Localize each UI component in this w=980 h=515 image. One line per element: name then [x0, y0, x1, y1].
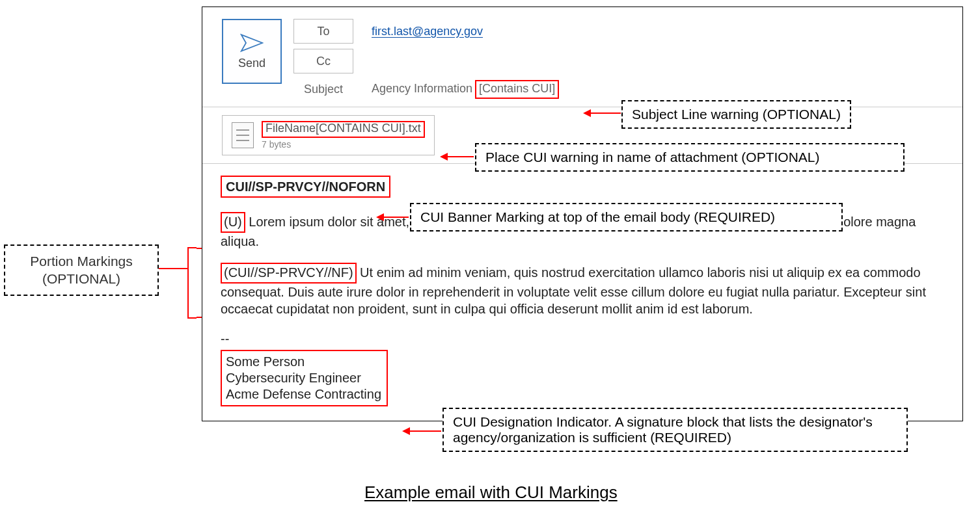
- subject-value[interactable]: Agency Information [Contains CUI]: [372, 80, 559, 99]
- signature-divider: --: [221, 330, 944, 347]
- figure-caption: Example email with CUI Markings: [364, 482, 618, 503]
- subject-prefix: Agency Information: [372, 82, 472, 96]
- fields-column: To first.last@agency.gov Cc Subject Agen…: [293, 19, 949, 99]
- attachment-name: FileName[CONTAINS CUI].txt: [262, 121, 425, 138]
- sig-org: Acme Defense Contracting: [226, 386, 381, 403]
- email-header: Send To first.last@agency.gov Cc Subject…: [202, 7, 962, 107]
- cc-label[interactable]: Cc: [293, 49, 353, 73]
- send-button[interactable]: Send: [222, 19, 282, 84]
- portion-bracket: [187, 247, 197, 319]
- to-label[interactable]: To: [293, 19, 353, 44]
- portion-markings-l2: (OPTIONAL): [14, 270, 148, 287]
- subject-row: Subject Agency Information [Contains CUI…: [293, 80, 949, 99]
- cc-row: Cc: [293, 49, 949, 73]
- subject-callout: Subject Line warning (OPTIONAL): [621, 100, 851, 129]
- signature-block: Some Person Cybersecurity Engineer Acme …: [221, 350, 388, 406]
- send-icon: [240, 33, 264, 53]
- sig-title: Cybersecurity Engineer: [226, 370, 381, 386]
- attachment-chip[interactable]: FileName[CONTAINS CUI].txt 7 bytes: [222, 115, 435, 155]
- attachment-callout: Place CUI warning in name of attachment …: [475, 143, 905, 172]
- portion-mark-2: (CUI//SP-PRVCY//NF): [221, 263, 357, 284]
- subject-arrow: [584, 112, 621, 114]
- to-row: To first.last@agency.gov: [293, 19, 949, 44]
- banner-callout: CUI Banner Marking at top of the email b…: [410, 203, 843, 231]
- portion-markings-l1: Portion Markings: [14, 252, 148, 270]
- banner-arrow: [377, 217, 409, 218]
- sig-name: Some Person: [226, 354, 381, 370]
- attachment-arrow: [441, 156, 474, 157]
- portion-connector: [159, 268, 187, 269]
- file-icon: [232, 122, 254, 148]
- banner-marking: CUI//SP-PRVCY//NOFORN: [221, 176, 390, 198]
- signature-callout: CUI Designation Indicator. A signature b…: [442, 408, 908, 452]
- portion-mark-1: (U): [221, 212, 245, 233]
- subject-label: Subject: [293, 83, 353, 96]
- send-label: Send: [238, 57, 265, 70]
- attachment-size: 7 bytes: [262, 139, 425, 150]
- signature-arrow: [403, 430, 441, 432]
- subject-cui-tag: [Contains CUI]: [475, 80, 559, 99]
- portion-markings-callout: Portion Markings (OPTIONAL): [4, 244, 159, 296]
- to-value[interactable]: first.last@agency.gov: [372, 25, 483, 38]
- body-paragraph-2: (CUI//SP-PRVCY//NF) Ut enim ad minim ven…: [221, 263, 944, 317]
